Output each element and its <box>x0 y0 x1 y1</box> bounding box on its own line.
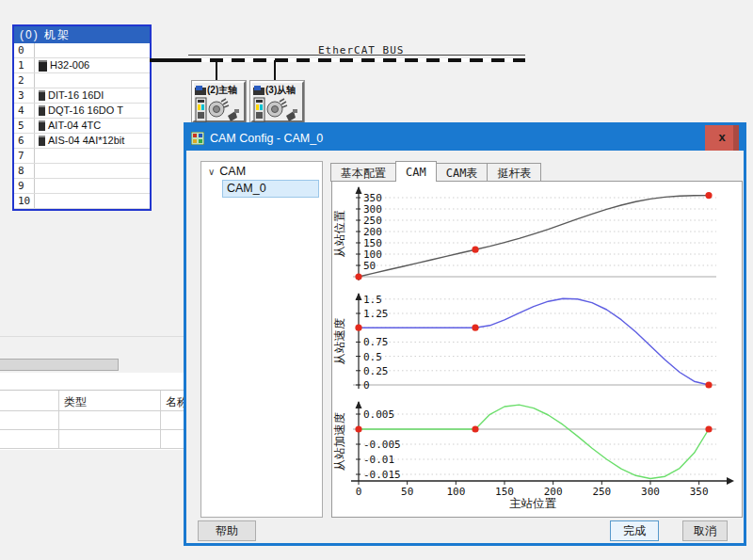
rack-row[interactable]: 9 <box>14 179 150 194</box>
svg-text:50: 50 <box>401 486 413 498</box>
rack-slot-number: 4 <box>14 104 35 118</box>
svg-text:0: 0 <box>356 486 362 498</box>
dialog-title: CAM Config - CAM_0 <box>210 132 323 145</box>
svg-text:350: 350 <box>363 192 382 204</box>
collapsed-panel-tab[interactable] <box>0 359 119 371</box>
device-icon <box>253 86 264 95</box>
svg-text:1.25: 1.25 <box>363 308 389 320</box>
rack-slot-number: 5 <box>14 119 35 133</box>
svg-text:50: 50 <box>363 260 376 272</box>
svg-text:从站位置: 从站位置 <box>333 210 346 258</box>
svg-text:0.5: 0.5 <box>363 351 382 363</box>
rack-slot-module: AIS-04 4AI*12bit <box>35 134 150 148</box>
rack-slot-number: 2 <box>14 73 35 88</box>
svg-text:100: 100 <box>363 248 382 261</box>
acceleration-chart[interactable]: 0.005-0.005-0.01-0.015050100150200250300… <box>332 396 744 515</box>
rack-slot-module <box>35 149 150 163</box>
velocity-chart[interactable]: 00.250.50.751.251.5从站速度 <box>332 291 744 394</box>
module-icon <box>39 90 45 101</box>
device-icon <box>195 86 206 95</box>
rack-row[interactable]: 3DIT-16 16DI <box>14 88 150 104</box>
svg-text:1.5: 1.5 <box>363 294 382 306</box>
svg-text:250: 250 <box>592 486 611 498</box>
rack-row[interactable]: 6AIS-04 4AI*12bit <box>14 134 150 149</box>
cam-chart-panel: 50100150200250300350从站位置 00.250.50.751.2… <box>331 181 743 518</box>
svg-text:从站速度: 从站速度 <box>333 318 346 365</box>
rack-slot-module <box>35 179 150 193</box>
dialog-titlebar[interactable]: CAM Config - CAM_0 <box>186 125 744 151</box>
tree-item-cam[interactable]: ∨ CAM <box>201 162 322 180</box>
tree-root-label: CAM <box>219 165 246 178</box>
rack-slot-number: 7 <box>14 149 35 163</box>
finish-button[interactable]: 完成 <box>610 520 659 541</box>
rack-row[interactable]: 5AIT-04 4TC <box>14 119 150 134</box>
svg-text:100: 100 <box>446 486 465 498</box>
tab-CAM[interactable]: CAM <box>395 161 437 182</box>
rack-slot-module <box>35 164 150 178</box>
column-header: 类型 <box>59 391 161 410</box>
svg-text:200: 200 <box>363 226 382 238</box>
rack-row[interactable]: 0 <box>14 43 150 58</box>
tab-挺杆表[interactable]: 挺杆表 <box>487 163 541 182</box>
dialog-tabstrip: 基本配置CAMCAM表挺杆表 <box>330 161 540 182</box>
bus-node-slave-axis[interactable]: (3)从轴 <box>250 81 304 122</box>
canvas-divider <box>0 336 184 337</box>
rack-slot-module <box>35 194 150 208</box>
node-label: (3)从轴 <box>265 84 296 97</box>
help-button[interactable]: 帮助 <box>198 520 256 541</box>
svg-text:从站加速度: 从站加速度 <box>333 412 346 472</box>
rack-slot-number: 9 <box>14 179 35 193</box>
rack-slot-number: 10 <box>14 194 35 208</box>
tab-基本配置[interactable]: 基本配置 <box>330 163 396 182</box>
svg-text:-0.01: -0.01 <box>363 454 394 466</box>
svg-text:-0.015: -0.015 <box>363 469 401 481</box>
bus-drop-line-1 <box>216 60 217 81</box>
cancel-button[interactable]: 取消 <box>682 520 728 541</box>
module-icon <box>39 120 45 131</box>
svg-text:150: 150 <box>363 237 382 249</box>
node-label: (2)主轴 <box>207 84 237 97</box>
rack-slot-number: 1 <box>14 58 35 72</box>
column-header <box>0 391 59 410</box>
svg-text:0.25: 0.25 <box>363 365 389 377</box>
rack-slot-number: 3 <box>14 88 35 103</box>
svg-text:-0.005: -0.005 <box>363 439 401 451</box>
rack-row[interactable]: 2 <box>14 73 150 88</box>
rack-row[interactable]: 4DQT-16 16DO T <box>14 104 150 119</box>
position-chart[interactable]: 50100150200250300350从站位置 <box>332 184 744 289</box>
rack-slot-module: DQT-16 16DO T <box>35 104 150 118</box>
close-button[interactable]: x <box>705 125 739 151</box>
rack-slot-module: AIT-04 4TC <box>35 119 150 133</box>
bus-drop-line-2 <box>274 60 276 81</box>
bus-node-master-axis[interactable]: (2)主轴 <box>192 81 246 122</box>
rack-slot-module <box>35 73 150 88</box>
cam-tree-panel: ∨ CAM CAM_0 <box>200 161 323 518</box>
tab-CAM表[interactable]: CAM表 <box>436 163 489 182</box>
tree-item-cam0[interactable]: CAM_0 <box>222 180 319 198</box>
cam-config-dialog: CAM Config - CAM_0 x ∨ CAM CAM_0 基本配置CAM… <box>184 122 746 546</box>
rack-row[interactable]: 10 <box>14 194 150 209</box>
svg-text:300: 300 <box>641 486 660 498</box>
svg-text:250: 250 <box>363 215 382 227</box>
rack-row[interactable]: 7 <box>14 149 150 164</box>
rack-header: (0) 机架 <box>14 26 150 43</box>
rack-slot-module: DIT-16 16DI <box>35 88 150 103</box>
rack-slot-number: 6 <box>14 134 35 148</box>
rack-slot-number: 0 <box>14 43 35 57</box>
ethercat-bus-line <box>188 58 525 62</box>
cam-dialog-icon <box>191 132 204 145</box>
svg-text:0.005: 0.005 <box>363 408 394 421</box>
svg-text:350: 350 <box>690 486 709 498</box>
svg-text:0: 0 <box>363 379 370 392</box>
rack-row[interactable]: 8 <box>14 164 150 179</box>
rack-slot-module: H32-006 <box>35 58 150 72</box>
module-icon <box>39 105 45 116</box>
ethercat-bus-line-top <box>188 55 525 56</box>
rack-table: (0) 机架 01H32-00623DIT-16 16DI4DQT-16 16D… <box>12 24 152 211</box>
svg-text:主站位置: 主站位置 <box>509 497 557 510</box>
rack-row[interactable]: 1H32-006 <box>14 58 150 73</box>
tree-item-label: CAM_0 <box>227 182 266 195</box>
svg-text:0.75: 0.75 <box>363 336 389 348</box>
close-icon: x <box>718 130 725 144</box>
rack-rows: 01H32-00623DIT-16 16DI4DQT-16 16DO T5AIT… <box>14 43 150 209</box>
